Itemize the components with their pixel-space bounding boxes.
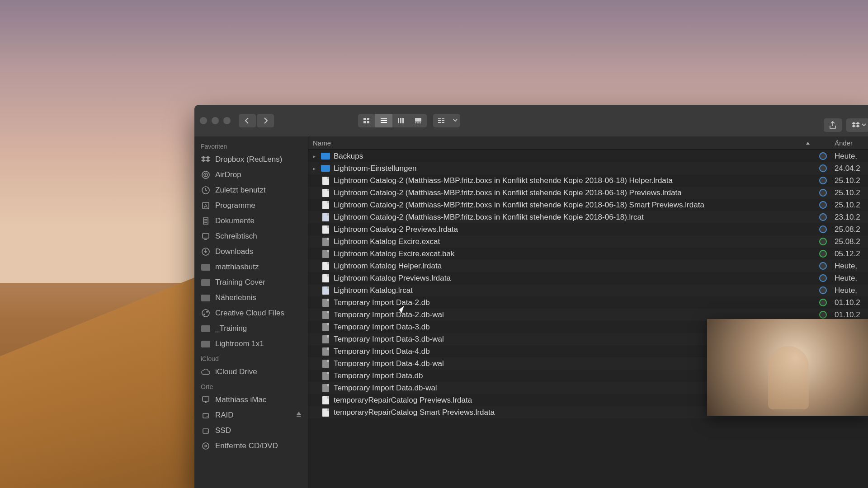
arrange-button[interactable] — [433, 114, 450, 127]
file-row[interactable]: ▸BackupsHeute, — [308, 150, 868, 162]
sidebar-item[interactable]: _Training — [194, 321, 308, 336]
sidebar-item[interactable]: Schreibtisch — [194, 229, 308, 244]
arrange-menu-button[interactable] — [450, 114, 460, 127]
grid-icon — [363, 117, 370, 124]
view-columns-button[interactable] — [392, 114, 410, 127]
minimize-icon[interactable] — [212, 117, 219, 124]
view-gallery-button[interactable] — [410, 114, 427, 127]
window-controls[interactable] — [200, 117, 231, 124]
sidebar-item[interactable]: Matthiass iMac — [194, 392, 308, 408]
sidebar-item-label: Schreibtisch — [215, 232, 257, 241]
svg-text:A: A — [204, 203, 208, 209]
sort-ascending-icon — [806, 139, 810, 147]
disclosure-triangle-icon[interactable]: ▸ — [311, 153, 317, 160]
file-icon — [321, 371, 330, 380]
sync-pending-icon — [819, 225, 827, 233]
sidebar-item[interactable]: iCloud Drive — [194, 364, 308, 380]
sidebar-item[interactable]: RAID — [194, 408, 308, 423]
sidebar-item[interactable]: Creative Cloud Files — [194, 305, 308, 321]
view-list-button[interactable] — [375, 114, 392, 127]
file-row[interactable]: Temporary Import Data-2.db01.10.2 — [308, 296, 868, 309]
file-row[interactable]: Lightroom Katalog Helper.lrdataHeute, — [308, 260, 868, 272]
sidebar-item[interactable]: AirDrop — [194, 167, 308, 183]
file-row[interactable]: Lightroom Catalog-2 Previews.lrdata25.08… — [308, 223, 868, 235]
file-row[interactable]: Lightroom Catalog-2 (Matthiass-MBP.fritz… — [308, 211, 868, 223]
file-row[interactable]: Lightroom Catalog-2 (Matthiass-MBP.fritz… — [308, 199, 868, 211]
file-row[interactable]: Lightroom Katalog Excire.excat25.08.2 — [308, 235, 868, 248]
eject-icon[interactable] — [296, 411, 302, 420]
sidebar-item-label: Lightroom 1x1 — [215, 339, 264, 348]
file-row[interactable]: Lightroom Katalog Previews.lrdataHeute, — [308, 272, 868, 284]
sidebar-item[interactable]: Näherlebnis — [194, 290, 308, 305]
file-row[interactable]: Lightroom Katalog Excire.excat.bak05.12.… — [308, 248, 868, 260]
file-name: Lightroom-Einstellungen — [334, 164, 416, 173]
sidebar-item-label: Matthiass iMac — [215, 395, 266, 404]
column-name-header[interactable]: Name — [308, 139, 815, 147]
file-name: Lightroom Katalog.lrcat — [334, 286, 413, 295]
sidebar-item-label: iCloud Drive — [215, 367, 257, 376]
svg-point-30 — [203, 314, 205, 315]
close-icon[interactable] — [200, 117, 207, 124]
file-icon — [321, 237, 330, 246]
document-icon — [321, 225, 330, 234]
sync-status — [815, 189, 831, 197]
svg-point-31 — [206, 311, 208, 313]
svg-point-34 — [207, 416, 208, 417]
list-icon — [380, 117, 387, 124]
sync-status — [815, 262, 831, 270]
sync-pending-icon — [819, 164, 827, 172]
sidebar-item[interactable]: Lightroom 1x1 — [194, 336, 308, 352]
sync-pending-icon — [819, 213, 827, 221]
webcam-overlay — [707, 319, 868, 416]
file-row[interactable]: Lightroom Catalog-2 (Matthiass-MBP.fritz… — [308, 187, 868, 199]
file-row[interactable]: ▸Lightroom-Einstellungen24.04.2 — [308, 162, 868, 174]
svg-rect-13 — [420, 122, 421, 123]
disclosure-triangle-icon[interactable]: ▸ — [311, 165, 317, 172]
svg-rect-8 — [400, 118, 401, 123]
lrcat-icon — [321, 286, 330, 295]
sidebar-item[interactable]: matthiasbutz — [194, 259, 308, 275]
sidebar-item[interactable]: AProgramme — [194, 198, 308, 213]
svg-point-37 — [203, 443, 209, 449]
sidebar-item[interactable]: Dropbox (RedLens) — [194, 152, 308, 167]
finder-window: Lightroom Katalog — [194, 105, 868, 488]
folder-icon — [201, 277, 211, 287]
icloud-icon — [201, 367, 211, 377]
file-icon — [321, 359, 330, 368]
forward-button[interactable] — [257, 114, 274, 127]
file-name: Temporary Import Data-4.db — [334, 347, 430, 356]
folder-icon — [321, 164, 330, 173]
file-name: Lightroom Katalog Previews.lrdata — [334, 274, 451, 283]
sidebar-item[interactable]: Downloads — [194, 244, 308, 259]
chevron-down-icon — [453, 119, 458, 122]
sync-done-icon — [819, 311, 827, 319]
view-icons-button[interactable] — [358, 114, 375, 127]
file-row[interactable]: Lightroom Katalog.lrcatHeute, — [308, 284, 868, 296]
svg-point-29 — [202, 310, 209, 317]
zoom-icon[interactable] — [223, 117, 231, 124]
sidebar-item[interactable]: Entfernte CD/DVD — [194, 438, 308, 454]
svg-rect-1 — [367, 118, 369, 120]
disk-icon — [201, 426, 211, 436]
sidebar-item[interactable]: Zuletzt benutzt — [194, 183, 308, 198]
sidebar-item[interactable]: Dokumente — [194, 213, 308, 229]
svg-rect-0 — [363, 118, 366, 120]
sidebar-section-header: Orte — [194, 380, 308, 392]
file-row[interactable]: Lightroom Catalog-2 (Matthiass-MBP.fritz… — [308, 174, 868, 187]
sidebar-item-label: Näherlebnis — [215, 293, 256, 302]
file-date: 25.10.2 — [831, 188, 868, 197]
sidebar-item[interactable]: SSD — [194, 423, 308, 438]
svg-rect-14 — [438, 118, 441, 119]
share-button[interactable] — [824, 118, 842, 132]
back-button[interactable] — [239, 114, 256, 127]
chevron-down-icon — [862, 123, 866, 127]
file-name: Lightroom Catalog-2 (Matthiass-MBP.fritz… — [334, 176, 673, 185]
sidebar-item[interactable]: Training Cover — [194, 275, 308, 290]
column-date-header[interactable]: Änder — [831, 139, 868, 147]
sync-status — [815, 250, 831, 258]
folder-icon — [321, 152, 330, 161]
file-date: Heute, — [831, 286, 868, 295]
sidebar-item-label: Creative Cloud Files — [215, 309, 284, 318]
dropbox-toolbar-button[interactable] — [846, 118, 868, 132]
disk-icon — [201, 410, 211, 420]
